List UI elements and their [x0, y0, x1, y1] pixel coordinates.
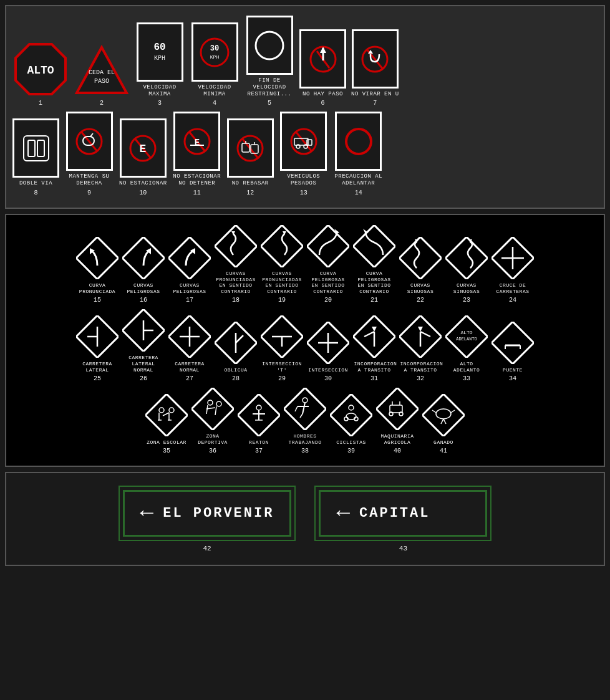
- svg-line-22: [90, 133, 93, 137]
- sign-43-outer-border: ← CAPITAL: [314, 486, 491, 541]
- warning-row-3: ZONA ESCOLAR 35 ZONA DEPORTIVA 36: [12, 387, 598, 454]
- sign-39: CICLISTAS 39: [329, 393, 373, 455]
- vehiculos-pesados-icon: [288, 124, 319, 158]
- precaucion-icon: [343, 124, 374, 158]
- sign-2-number: 2: [100, 100, 104, 107]
- sign-16: CURVAS PELIGROSAS 16: [122, 236, 165, 304]
- sign-24-number: 24: [509, 297, 516, 304]
- sign-2-ceda: CEDA EL PASO 2: [74, 44, 130, 107]
- sign-25: CARRETERA LATERAL 25: [75, 315, 119, 382]
- regulatory-row-2: DOBLE VIA 8 MANTENGA SU DERECHA 9: [12, 112, 598, 196]
- sign-16-diamond: [122, 236, 165, 280]
- sign-22: CURVAS SINUOSAS 22: [399, 236, 442, 304]
- sign-28: OBLICUA 28: [214, 321, 258, 383]
- doble-via-icon: [21, 133, 52, 164]
- sign-16-icon: [122, 237, 165, 279]
- sign-6-number: 6: [321, 100, 324, 107]
- sign-33-label: ALTO ADELANTO: [447, 361, 487, 373]
- svg-rect-45: [122, 237, 165, 279]
- sign-42-arrow-icon: ←: [140, 501, 154, 526]
- svg-rect-97: [145, 394, 188, 436]
- sign-6-label: NO HAY PASO: [303, 91, 343, 98]
- sign-41-diamond: [422, 393, 465, 437]
- sign-25-label: CARRETERA LATERAL: [77, 361, 118, 373]
- sign-8-label: DOBLE VIA: [19, 180, 52, 187]
- svg-point-8: [256, 32, 283, 59]
- sign-5-number: 5: [268, 100, 271, 107]
- sign-42-el-porvenir: ← EL PORVENIR: [123, 490, 292, 537]
- sign-30-icon: [307, 322, 349, 364]
- sign-13-label: VEHICULOS PESADOS: [279, 173, 329, 187]
- sign-21-label: CURVA PELIGROSAS EN SENTIDO CONTRARIO: [354, 271, 395, 294]
- sign-38: HOMBRES TRABAJANDO 38: [283, 387, 327, 454]
- sign-20-icon: [307, 225, 349, 267]
- sign-20-diamond: [306, 224, 350, 268]
- sign-22-diamond: [399, 236, 442, 280]
- no-u-rect: [352, 29, 399, 89]
- svg-rect-33: [251, 145, 258, 153]
- sign-36: ZONA DEPORTIVA 36: [191, 387, 235, 454]
- svg-text:30: 30: [210, 44, 219, 53]
- sign-9-derecha: MANTENGA SU DERECHA 9: [64, 112, 114, 196]
- svg-rect-128: [376, 388, 419, 430]
- regulatory-section: ALTO 1 CEDA EL PASO 2 60 KPH VELOCIDAD M…: [5, 5, 605, 209]
- sign-13-vehiculos-pesados: VEHICULOS PESADOS 13: [279, 112, 329, 196]
- sign-20: CURVA PELIGROSAS EN SENTIDO CONTRARIO 20: [306, 224, 350, 304]
- sign-12-label: NO REBASAR: [232, 180, 269, 187]
- sign-40-diamond: [375, 387, 419, 431]
- sign-15: CURVA PRONUNCIADA 15: [75, 236, 119, 304]
- svg-rect-134: [422, 394, 465, 436]
- svg-rect-53: [307, 225, 349, 267]
- sign-7-label: NO VIRAR EN U: [351, 91, 399, 98]
- sign-19-icon: [261, 225, 303, 267]
- sign-10-no-estacionar: E NO ESTACIONAR 10: [119, 118, 167, 196]
- sign-3-speed-max: 60 KPH VELOCIDAD MAXIMA 3: [135, 22, 185, 107]
- sign-30-diamond: [306, 321, 350, 365]
- sign-11-no-est-det: E NO ESTACIONAR NO DETENER 11: [172, 112, 222, 196]
- sign-32-diamond: [399, 315, 442, 358]
- sign-25-icon: [76, 315, 119, 358]
- sign-34-number: 34: [509, 375, 516, 382]
- sign-15-number: 15: [94, 297, 101, 304]
- sign-32-number: 32: [417, 375, 424, 382]
- sign-18-icon: [215, 225, 257, 267]
- sign-16-label: CURVAS PELIGROSAS: [123, 282, 164, 294]
- sign-14-label: PRECAUCION AL ADELANTAR: [334, 173, 384, 187]
- speed-min-rect: 30 KPH: [191, 22, 238, 82]
- sign-13-number: 13: [300, 189, 307, 196]
- sign-39-diamond: [329, 393, 373, 437]
- sign-41: GANADO 41: [422, 393, 465, 455]
- sign-33: ALTO ADELANTO ALTO ADELANTO 33: [445, 315, 488, 382]
- sign-26-icon: [122, 309, 165, 352]
- no-estacionar-rect: E: [120, 118, 167, 178]
- sign-34: PUENTE 34: [491, 321, 535, 383]
- sign-10-number: 10: [139, 189, 147, 196]
- sign-15-icon: [76, 237, 119, 279]
- svg-text:KPH: KPH: [210, 54, 220, 60]
- sign-27-number: 27: [186, 375, 193, 382]
- precaucion-rect: [335, 112, 382, 171]
- no-paso-icon: [307, 42, 339, 76]
- sign-5-label: FIN DE VELOCIDAD RESTRINGI...: [244, 77, 294, 97]
- sign-22-label: CURVAS SINUOSAS: [400, 282, 441, 294]
- svg-rect-18: [37, 140, 44, 156]
- sign-22-number: 22: [417, 297, 424, 304]
- sign-25-number: 25: [94, 375, 101, 382]
- sign-34-icon: [491, 322, 534, 364]
- derecha-rect: [66, 112, 113, 171]
- svg-rect-43: [76, 237, 119, 279]
- sign-21: CURVA PELIGROSAS EN SENTIDO CONTRARIO 21: [352, 224, 396, 304]
- regulatory-row-1: ALTO 1 CEDA EL PASO 2 60 KPH VELOCIDAD M…: [12, 16, 598, 107]
- sign-19-diamond: [260, 224, 304, 268]
- sign-31-icon: [353, 315, 395, 358]
- sign-18-number: 18: [232, 297, 240, 304]
- sign-28-label: OBLICUA: [224, 367, 247, 373]
- sign-40: MAQUINARIA AGRICOLA 40: [375, 387, 419, 454]
- sign-42-outer-border: ← EL PORVENIR: [119, 486, 296, 541]
- sign-28-icon: [215, 322, 257, 364]
- sign-40-label: MAQUINARIA AGRICOLA: [377, 433, 418, 445]
- sign-37-icon: [238, 394, 280, 436]
- sign-28-number: 28: [232, 375, 240, 382]
- sign-35-number: 35: [163, 448, 170, 454]
- sign-7-no-u: NO VIRAR EN U 7: [351, 29, 399, 107]
